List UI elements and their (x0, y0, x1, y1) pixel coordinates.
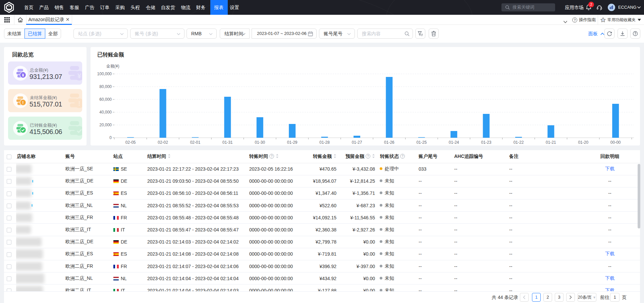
svg-text:¥: ¥ (22, 73, 24, 78)
svg-text:60,000: 60,000 (99, 97, 112, 102)
svg-text:02-05: 02-05 (125, 140, 136, 145)
svg-text:01-23: 01-23 (481, 140, 491, 145)
svg-text:金额(¥): 金额(¥) (106, 64, 119, 69)
svg-text:01-22: 01-22 (514, 140, 524, 145)
svg-text:01-30: 01-30 (255, 140, 265, 145)
svg-text:!: ! (78, 99, 80, 107)
svg-text:01-24: 01-24 (449, 140, 459, 145)
svg-text:01-21: 01-21 (546, 140, 556, 145)
svg-text:20,000: 20,000 (99, 123, 112, 127)
svg-text:01-29: 01-29 (287, 140, 298, 145)
svg-text:0: 0 (109, 135, 112, 140)
svg-text:00-00: 00-00 (610, 140, 621, 145)
svg-text:02-02: 02-02 (158, 140, 168, 145)
svg-text:02-01: 02-01 (190, 140, 201, 145)
svg-text:!: ! (22, 100, 23, 105)
svg-text:01-27: 01-27 (352, 140, 362, 145)
svg-text:40,000: 40,000 (99, 110, 112, 115)
svg-text:01-26: 01-26 (384, 140, 394, 145)
svg-text:01-20: 01-20 (578, 140, 588, 145)
svg-text:01-25: 01-25 (416, 140, 427, 145)
svg-text:01-31: 01-31 (222, 140, 233, 145)
svg-text:01-28: 01-28 (319, 140, 330, 145)
svg-text:100,000: 100,000 (97, 72, 112, 76)
svg-text:¥: ¥ (77, 72, 82, 80)
svg-text:80,000: 80,000 (99, 84, 112, 89)
